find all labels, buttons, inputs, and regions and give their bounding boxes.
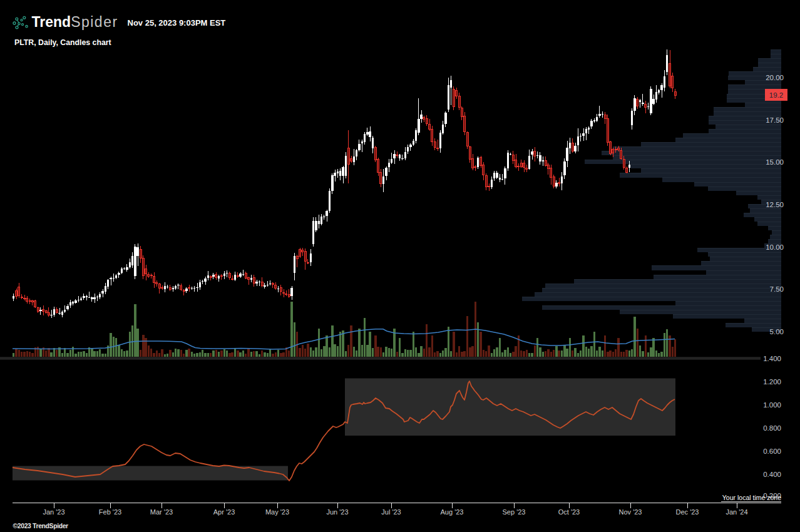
svg-text:©2023 TrendSpider: ©2023 TrendSpider: [13, 523, 69, 529]
svg-text:17.50: 17.50: [766, 116, 784, 124]
svg-text:12.50: 12.50: [766, 201, 784, 208]
svg-text:0.600: 0.600: [763, 448, 781, 455]
svg-text:Sep '23: Sep '23: [503, 508, 526, 516]
svg-text:Dec '23: Dec '23: [676, 508, 699, 516]
svg-text:PLTR, Daily, Candles chart: PLTR, Daily, Candles chart: [14, 38, 111, 47]
svg-text:Oct '23: Oct '23: [558, 508, 580, 516]
svg-text:TrendSpider: TrendSpider: [32, 14, 118, 30]
svg-text:1.200: 1.200: [763, 378, 781, 386]
svg-text:Your local time zone: Your local time zone: [722, 494, 781, 501]
svg-text:Nov 25, 2023 9:03PM EST: Nov 25, 2023 9:03PM EST: [128, 18, 226, 28]
svg-text:0.800: 0.800: [763, 424, 781, 432]
svg-text:10.00: 10.00: [766, 243, 784, 251]
svg-text:1.000: 1.000: [763, 401, 781, 409]
svg-text:Aug '23: Aug '23: [441, 508, 464, 516]
svg-text:20.00: 20.00: [766, 74, 784, 81]
svg-text:Jan '23: Jan '23: [43, 508, 64, 516]
svg-text:Jun '23: Jun '23: [326, 508, 348, 516]
svg-text:1.400: 1.400: [763, 355, 781, 362]
svg-text:Feb '23: Feb '23: [99, 508, 121, 516]
svg-text:7.50: 7.50: [770, 285, 784, 293]
svg-text:Nov '23: Nov '23: [619, 508, 642, 516]
svg-text:Jan '24: Jan '24: [726, 508, 747, 516]
svg-text:Apr '23: Apr '23: [213, 508, 235, 516]
svg-text:Mar '23: Mar '23: [150, 508, 173, 516]
svg-text:0.400: 0.400: [763, 471, 781, 478]
svg-text:5.00: 5.00: [770, 328, 784, 335]
svg-text:May '23: May '23: [265, 508, 289, 516]
svg-text:19.2: 19.2: [769, 91, 783, 99]
svg-text:Jul '23: Jul '23: [381, 508, 401, 516]
svg-text:15.00: 15.00: [766, 158, 784, 166]
